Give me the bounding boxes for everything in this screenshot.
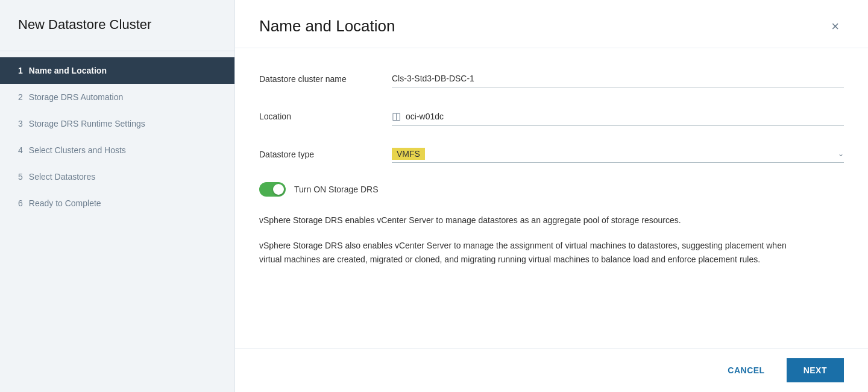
datastore-type-select[interactable]: VMFS ⌄ [392, 145, 844, 163]
datastore-type-value: VMFS [392, 148, 425, 160]
next-button[interactable]: NEXT [787, 358, 844, 382]
description-1: vSphere Storage DRS enables vCenter Serv… [259, 213, 802, 227]
datastore-type-label: Datastore type [259, 150, 392, 159]
step-label: Storage DRS Automation [29, 92, 123, 102]
datacenter-icon: ◫ [392, 110, 401, 122]
storage-drs-toggle[interactable] [259, 182, 286, 197]
main-body: Datastore cluster name Location ◫ oci-w0… [235, 48, 868, 348]
toggle-slider [259, 182, 286, 197]
sidebar-step-2[interactable]: 2Storage DRS Automation [0, 84, 234, 110]
chevron-down-icon: ⌄ [838, 150, 844, 158]
sidebar-step-4[interactable]: 4Select Clusters and Hosts [0, 137, 234, 163]
step-label: Name and Location [29, 66, 107, 75]
sidebar: New Datastore Cluster 1Name and Location… [0, 0, 235, 392]
step-label: Select Clusters and Hosts [29, 145, 126, 155]
vmfs-highlight: VMFS [392, 148, 425, 160]
step-label: Ready to Complete [29, 198, 101, 208]
step-label: Storage DRS Runtime Settings [29, 119, 145, 128]
step-num: 3 [18, 119, 23, 128]
dialog: New Datastore Cluster 1Name and Location… [0, 0, 868, 392]
main-title: Name and Location [259, 17, 395, 36]
step-num: 4 [18, 145, 23, 155]
sidebar-step-1[interactable]: 1Name and Location [0, 57, 234, 84]
close-button[interactable]: × [826, 17, 844, 36]
location-label: Location [259, 112, 392, 121]
main-panel: Name and Location × Datastore cluster na… [235, 0, 868, 392]
step-label: Select Datastores [29, 172, 96, 182]
location-row: Location ◫ oci-w01dc [259, 107, 844, 126]
cluster-name-label: Datastore cluster name [259, 74, 392, 84]
main-header: Name and Location × [235, 0, 868, 48]
sidebar-step-5[interactable]: 5Select Datastores [0, 163, 234, 190]
sidebar-steps: 1Name and Location2Storage DRS Automatio… [0, 51, 234, 223]
cluster-name-row: Datastore cluster name [259, 70, 844, 87]
cancel-button[interactable]: CANCEL [715, 359, 776, 381]
step-num: 5 [18, 172, 23, 182]
location-field: ◫ oci-w01dc [392, 107, 844, 126]
location-display: ◫ oci-w01dc [392, 107, 844, 126]
cluster-name-field [392, 70, 844, 87]
toggle-row: Turn ON Storage DRS [259, 182, 844, 197]
main-footer: CANCEL NEXT [235, 348, 868, 392]
toggle-label: Turn ON Storage DRS [294, 185, 379, 194]
datastore-type-row: Datastore type VMFS ⌄ [259, 145, 844, 163]
datastore-type-field: VMFS ⌄ [392, 145, 844, 163]
sidebar-step-6[interactable]: 6Ready to Complete [0, 190, 234, 217]
location-value: oci-w01dc [406, 112, 444, 121]
sidebar-title: New Datastore Cluster [0, 0, 234, 51]
step-num: 6 [18, 198, 23, 208]
step-num: 2 [18, 92, 23, 102]
step-num: 1 [18, 66, 23, 75]
sidebar-step-3[interactable]: 3Storage DRS Runtime Settings [0, 110, 234, 137]
description-2: vSphere Storage DRS also enables vCenter… [259, 239, 802, 266]
cluster-name-input[interactable] [392, 70, 844, 87]
